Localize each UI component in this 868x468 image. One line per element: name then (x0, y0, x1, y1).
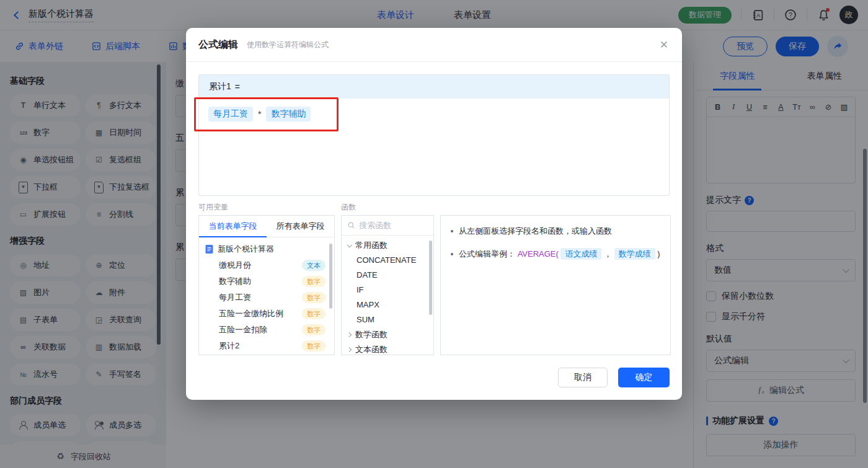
cancel-button[interactable]: 取消 (558, 368, 608, 387)
confirm-button[interactable]: 确定 (618, 368, 670, 387)
document-icon (205, 245, 213, 254)
function-search (342, 216, 433, 236)
type-badge: 数字 (302, 276, 326, 287)
type-badge: 数字 (302, 292, 326, 303)
formula-target-bar: 累计1 = (199, 75, 669, 99)
type-badge: 数字 (302, 308, 326, 319)
example-field-tag: 语文成绩 (560, 248, 601, 260)
help-tip: 从左侧面板选择字段名和函数，或输入函数 (451, 224, 660, 238)
search-icon (348, 221, 355, 229)
modal-subtitle: 使用数学运算符编辑公式 (247, 40, 329, 50)
function-item[interactable]: IF (342, 283, 433, 298)
variable-field[interactable]: 五险一金扣除数字 (199, 322, 334, 338)
help-example: 公式编辑举例： AVERAGE( 语文成绩 ， 数学成绩 ) (451, 247, 660, 261)
function-item[interactable]: SUM (342, 312, 433, 327)
close-icon[interactable] (660, 38, 668, 51)
modal-panels: 可用变量 当前表单字段 所有表单字段 新版个税计算器 缴税月份文本 数字辅助数字… (198, 196, 670, 355)
formula-field-tag[interactable]: 数字辅助 (266, 107, 311, 121)
formula-input-area[interactable]: 每月工资 * 数字辅助 (199, 99, 669, 195)
help-tip-text: 从左侧面板选择字段名和函数，或输入函数 (459, 224, 612, 238)
variable-field[interactable]: 每月工资数字 (199, 289, 334, 306)
modal-title: 公式编辑 (198, 38, 238, 51)
chevron-down-icon (347, 242, 352, 247)
type-badge: 数字 (302, 324, 326, 335)
variables-scrollbar[interactable] (329, 244, 332, 309)
functions-column: 函数 常用函数 CONCATENATE DATE IF MAPX SUM 数学函… (341, 196, 434, 355)
function-group-label: 文本函数 (355, 344, 388, 355)
variables-panel: 当前表单字段 所有表单字段 新版个税计算器 缴税月份文本 数字辅助数字 每月工资… (198, 215, 335, 355)
variable-name: 五险一金扣除 (219, 324, 267, 335)
variable-field[interactable]: 五险一金缴纳比例数字 (199, 306, 334, 322)
function-group-text[interactable]: 文本函数 (342, 342, 433, 355)
chevron-right-icon (347, 332, 352, 337)
help-panel: 从左侧面板选择字段名和函数，或输入函数 公式编辑举例： AVERAGE( 语文成… (440, 215, 671, 355)
type-badge: 数字 (302, 340, 326, 351)
example-comma: ， (604, 249, 612, 258)
formula-editor-modal: 公式编辑 使用数学运算符编辑公式 累计1 = 每月工资 * 数字辅助 可用变量 … (186, 28, 682, 400)
function-item[interactable]: CONCATENATE (342, 253, 433, 268)
functions-scrollbar[interactable] (429, 241, 432, 315)
tab-all-form-fields[interactable]: 所有表单字段 (267, 216, 334, 237)
bullet-icon (451, 230, 453, 232)
type-badge: 文本 (302, 260, 326, 271)
example-function: AVERAGE( (518, 249, 559, 258)
variable-name: 缴税月份 (219, 260, 251, 271)
help-spacer (440, 202, 671, 211)
formula-editor: 累计1 = 每月工资 * 数字辅助 (198, 74, 670, 196)
function-item[interactable]: DATE (342, 268, 433, 283)
function-item[interactable]: MAPX (342, 298, 433, 312)
variables-root-node[interactable]: 新版个税计算器 (199, 241, 334, 257)
variables-label: 可用变量 (198, 202, 335, 211)
formula-target-name: 累计1 (209, 81, 231, 92)
variable-name: 五险一金缴纳比例 (219, 308, 283, 319)
function-group-label: 数学函数 (355, 329, 388, 340)
example-close-paren: ) (657, 249, 660, 258)
function-group-label: 常用函数 (355, 240, 388, 251)
variable-field[interactable]: 累计2数字 (199, 338, 334, 354)
modal-header: 公式编辑 使用数学运算符编辑公式 (186, 28, 682, 62)
functions-tree: 常用函数 CONCATENATE DATE IF MAPX SUM 数学函数 文… (342, 236, 433, 355)
formula-equals: = (235, 82, 240, 92)
function-group-common[interactable]: 常用函数 (342, 238, 433, 253)
variables-column: 可用变量 当前表单字段 所有表单字段 新版个税计算器 缴税月份文本 数字辅助数字… (198, 196, 335, 355)
help-example-text: 公式编辑举例： AVERAGE( 语文成绩 ， 数学成绩 ) (459, 247, 660, 261)
variables-tabs: 当前表单字段 所有表单字段 (199, 216, 334, 237)
formula-operator: * (258, 107, 261, 119)
modal-footer: 取消 确定 (558, 368, 670, 387)
variables-root-label: 新版个税计算器 (218, 244, 274, 255)
example-prefix: 公式编辑举例： (459, 249, 515, 258)
variable-field[interactable]: 缴税月份文本 (199, 257, 334, 273)
bullet-icon (451, 253, 453, 255)
variable-name: 每月工资 (219, 292, 251, 303)
functions-panel: 常用函数 CONCATENATE DATE IF MAPX SUM 数学函数 文… (341, 215, 434, 355)
variables-tree: 新版个税计算器 缴税月份文本 数字辅助数字 每月工资数字 五险一金缴纳比例数字 … (199, 237, 334, 355)
formula-field-tag[interactable]: 每月工资 (208, 107, 253, 121)
tab-current-form-fields[interactable]: 当前表单字段 (199, 216, 267, 237)
modal-body: 累计1 = 每月工资 * 数字辅助 可用变量 当前表单字段 所有表单字段 (186, 62, 682, 368)
variable-field[interactable]: 数字辅助数字 (199, 273, 334, 289)
variable-name: 数字辅助 (219, 276, 251, 287)
help-column: 从左侧面板选择字段名和函数，或输入函数 公式编辑举例： AVERAGE( 语文成… (440, 196, 671, 355)
variable-name: 累计2 (219, 340, 239, 351)
function-search-input[interactable] (359, 221, 427, 230)
chevron-right-icon (347, 347, 352, 352)
example-field-tag: 数学成绩 (614, 248, 655, 260)
function-group-math[interactable]: 数学函数 (342, 327, 433, 342)
functions-label: 函数 (341, 202, 434, 211)
